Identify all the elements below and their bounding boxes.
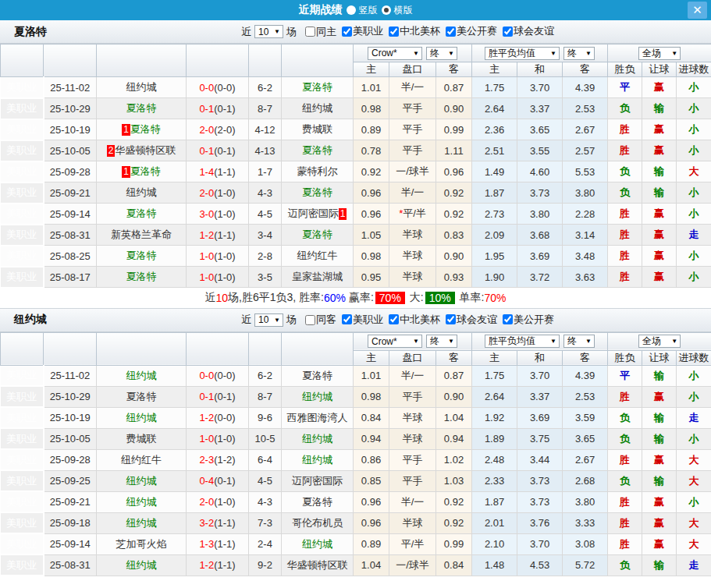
handicap-result-cell: 赢 (642, 449, 677, 470)
league-checkbox-input[interactable] (503, 314, 513, 324)
score-cell: 0-4(0-1) (187, 470, 249, 491)
goals-result-cell: 小 (677, 428, 711, 449)
same-filter-checkbox[interactable]: 同客 (305, 313, 336, 327)
corners-cell: 10-5 (249, 428, 282, 449)
recent-count-select[interactable]: 10▼ (254, 313, 283, 327)
league-filter-checkbox[interactable]: 美职业 (342, 313, 383, 327)
odds-final-select[interactable]: 终▼ (426, 47, 457, 60)
away-team-cell: 蒙特利尔 (282, 161, 354, 182)
col-header-date (44, 44, 97, 77)
home-team-name: 纽约城 (126, 412, 157, 423)
league-cell: 美职业 (1, 119, 44, 140)
goals-result-cell-value: 小 (689, 433, 699, 445)
mean-win-cell: 2.10 (472, 533, 517, 554)
score-cell: 3-0(1-0) (187, 204, 249, 225)
sub-col-header: 主 (354, 62, 389, 77)
league-filter-checkbox[interactable]: 球会友谊 (503, 24, 554, 38)
handicap-result-cell-value: 赢 (654, 454, 664, 466)
league-checkbox-input[interactable] (389, 27, 399, 37)
recent-count-select[interactable]: 10▼ (254, 25, 283, 38)
goals-result-cell: 小 (677, 386, 711, 407)
full-match-select[interactable]: 全场▼ (638, 335, 681, 348)
window-title: 近期战绩 (299, 3, 343, 17)
half-time-score: (1-1) (214, 166, 235, 178)
same-filter-checkbox[interactable]: 同主 (305, 25, 336, 39)
league-filter-checkbox[interactable]: 美公开赛 (446, 24, 497, 38)
league-filter-checkbox[interactable]: 中北美杯 (389, 313, 440, 327)
close-button[interactable]: ✕ (688, 2, 707, 19)
goals-result-cell: 小 (677, 365, 711, 386)
result-cell: 负 (608, 407, 642, 428)
corners-cell: 2-8 (249, 246, 282, 267)
result-cell: 平 (608, 77, 642, 98)
result-cell: 胜 (608, 119, 642, 140)
corners-cell: 3-4 (249, 225, 282, 246)
league-filter-checkbox[interactable]: 球会友谊 (446, 313, 497, 327)
col-header-home (97, 44, 187, 77)
goals-result-cell-value: 大 (689, 517, 699, 529)
col-header-score (187, 332, 249, 365)
handicap-cell: 半球 (389, 267, 436, 288)
league-checkbox-input[interactable] (446, 314, 456, 324)
away-odds-cell: 1.04 (436, 407, 472, 428)
league-checkbox-input[interactable] (503, 27, 513, 37)
match-row: 美职业25-08-25夏洛特1-0(1-0)2-8纽约红牛0.98半球0.901… (1, 246, 711, 267)
mean-final-select[interactable]: 终▼ (563, 335, 595, 348)
league-checkbox-input[interactable] (342, 314, 352, 324)
league-checkbox-input[interactable] (342, 27, 352, 37)
league-filter-checkbox[interactable]: 美职业 (342, 24, 383, 38)
away-odds-cell: 0.99 (436, 533, 472, 554)
mean-group-header: 胜平负均值▼ 终▼ (472, 44, 608, 62)
team-name: 纽约城 (14, 313, 238, 327)
mean-final-select[interactable]: 终▼ (563, 47, 595, 60)
same-checkbox-input[interactable] (305, 27, 315, 37)
radio-icon[interactable] (347, 5, 356, 15)
score-cell: 0-1(0-1) (187, 98, 249, 119)
away-team-name: 蒙特利尔 (297, 165, 338, 177)
same-checkbox-input[interactable] (305, 315, 315, 325)
odds-final-select[interactable]: 终▼ (426, 335, 457, 348)
summary-part: 70% (484, 292, 506, 304)
away-team-name: 费城联 (302, 123, 332, 135)
half-time-score: (1-0) (214, 208, 235, 220)
score-cell: 0-1(0-1) (187, 140, 249, 161)
goals-result-cell-value: 小 (689, 123, 699, 135)
matches-label: 场 (286, 25, 297, 39)
league-checkbox-input[interactable] (446, 27, 456, 37)
corners-cell: 8-7 (249, 386, 282, 407)
away-team-name: 迈阿密国际 (292, 475, 343, 487)
half-time-score: (0-0) (214, 82, 235, 94)
layout-radio-horizontal[interactable]: 横版 (382, 4, 413, 17)
full-match-select[interactable]: 全场▼ (638, 47, 681, 60)
home-odds-cell: 0.84 (354, 407, 389, 428)
mean-win-cell: 2.73 (472, 204, 517, 225)
home-team-cell: 纽约城 (97, 407, 187, 428)
match-row: 美职业25-08-31新英格兰革命1-2(1-1)3-4夏洛特1.05半球0.8… (1, 225, 711, 246)
handicap-result-cell-value: 赢 (654, 391, 664, 402)
away-team-cell: 纽约城 (282, 98, 354, 119)
half-time-score: (0-0) (214, 370, 235, 381)
half-time-score: (1-1) (214, 517, 235, 529)
full-time-score: 0-1 (199, 145, 214, 157)
odds-group-header: Crow*▼ 终▼ (354, 332, 472, 350)
home-team-cell: 夏洛特 (97, 386, 187, 407)
result-cell-value: 胜 (620, 391, 630, 402)
handicap-cell: 半球 (389, 512, 436, 533)
mean-select[interactable]: 胜平负均值▼ (485, 47, 560, 60)
odds-source-select[interactable]: Crow*▼ (368, 335, 422, 348)
rank-badge: 1 (122, 166, 130, 178)
handicap-value: 半球 (403, 250, 423, 261)
away-team-cell: 迈阿密国际1 (282, 204, 354, 225)
league-cell: 美职业 (1, 98, 44, 119)
odds-source-select[interactable]: Crow*▼ (368, 47, 422, 60)
layout-radio-vertical[interactable]: 竖版 (347, 4, 378, 17)
mean-select[interactable]: 胜平负均值▼ (485, 335, 560, 348)
result-cell: 胜 (608, 449, 642, 470)
league-filter-checkbox[interactable]: 中北美杯 (389, 24, 440, 38)
league-checkbox-input[interactable] (389, 314, 399, 324)
radio-checked-icon[interactable] (382, 5, 391, 15)
summary-part: 10% (425, 292, 455, 304)
league-filter-checkbox[interactable]: 美公开赛 (503, 313, 554, 327)
handicap-value: 半/一 (401, 81, 425, 93)
goals-result-cell: 走 (677, 407, 711, 428)
